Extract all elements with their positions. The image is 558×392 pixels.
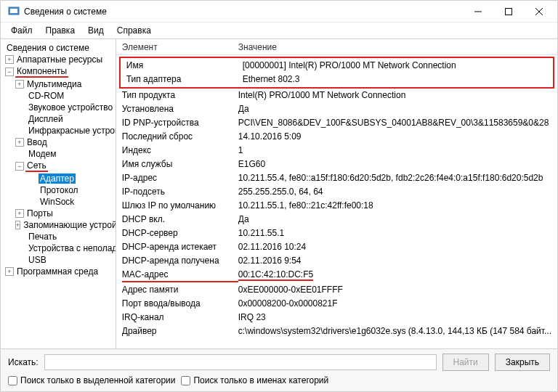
tree-infrared[interactable]: Инфракрасные устройства — [2, 125, 114, 136]
grid-row[interactable]: Порт ввода/вывода0x00008200-0x0000821F — [116, 297, 557, 311]
tree-usb[interactable]: USB — [2, 254, 114, 266]
cell-value: 0x00008200-0x0000821F — [238, 298, 551, 310]
cell-value: 14.10.2016 5:09 — [238, 131, 551, 143]
menu-edit[interactable]: Правка — [40, 24, 81, 37]
tree-multimedia[interactable]: +Мультимедиа — [2, 78, 114, 90]
nav-tree[interactable]: Сведения о системе +Аппаратные ресурсы −… — [1, 39, 116, 348]
grid-row[interactable]: УстановленаДа — [116, 102, 557, 116]
tree-adapter[interactable]: Адаптер — [2, 173, 114, 184]
tree-storage[interactable]: +Запоминающие устройства — [2, 219, 114, 231]
grid-row[interactable]: Имя[00000001] Intel(R) PRO/1000 MT Netwo… — [121, 59, 553, 73]
menu-help[interactable]: Справка — [111, 24, 157, 37]
cell-key: Драйвер — [122, 325, 238, 338]
grid-row[interactable]: ID PNP-устройстваPCI\VEN_8086&DEV_100F&S… — [116, 116, 557, 130]
grid-row[interactable]: DHCP-аренда истекает02.11.2016 10:24 — [116, 240, 557, 254]
tree-network[interactable]: −Сеть — [2, 160, 114, 173]
tree-hardware[interactable]: +Аппаратные ресурсы — [2, 54, 114, 65]
close-footer-button[interactable]: Закрыть — [495, 354, 550, 371]
grid-row[interactable]: Драйверc:\windows\system32\drivers\e1g60… — [116, 324, 557, 338]
cell-value: 1 — [238, 144, 551, 157]
find-button[interactable]: Найти — [442, 354, 489, 371]
tree-modem[interactable]: Модем — [2, 148, 114, 160]
minimize-button[interactable] — [463, 1, 493, 22]
collapse-icon[interactable]: − — [15, 162, 24, 171]
cell-key: DHCP вкл. — [122, 213, 238, 226]
cell-value: 0xEE000000-0xEE01FFFF — [238, 284, 551, 296]
grid-row[interactable]: IRQ-каналIRQ 23 — [116, 311, 557, 324]
tree-input[interactable]: +Ввод — [2, 136, 114, 148]
grid-header[interactable]: Элемент Значение — [116, 39, 557, 55]
cell-value: [00000001] Intel(R) PRO/1000 MT Network … — [243, 60, 547, 72]
collapse-icon[interactable]: − — [5, 68, 14, 76]
tree-root[interactable]: Сведения о системе — [2, 42, 114, 54]
grid-row[interactable]: Шлюз IP по умолчанию10.211.55.1, fe80::2… — [116, 199, 557, 213]
cell-key: DHCP-сервер — [122, 227, 238, 240]
cell-key: Последний сброс — [122, 131, 238, 143]
svg-rect-1 — [10, 9, 17, 13]
menubar: Файл Правка Вид Справка — [1, 23, 557, 38]
cell-key: Установлена — [122, 103, 238, 115]
cell-key: Имя службы — [122, 158, 238, 171]
cell-value: IRQ 23 — [238, 311, 551, 324]
expand-icon[interactable]: + — [5, 267, 14, 276]
col-element[interactable]: Элемент — [122, 42, 238, 52]
grid-row[interactable]: DHCP вкл.Да — [116, 213, 557, 226]
expand-icon[interactable]: + — [15, 138, 24, 147]
grid-row[interactable]: IP-подсеть255.255.255.0, 64, 64 — [116, 185, 557, 199]
tree-components[interactable]: −Компоненты — [2, 65, 114, 78]
expand-icon[interactable]: + — [15, 80, 24, 89]
cell-key: Имя — [126, 60, 243, 72]
titlebar: Сведения о системе — [1, 1, 557, 23]
cell-value: c:\windows\system32\drivers\e1g6032e.sys… — [238, 325, 551, 338]
expand-icon[interactable]: + — [5, 55, 14, 64]
cell-value: 00:1C:42:10:DC:F5 — [238, 269, 551, 282]
cell-value: 10.211.55.1, fe80::21c:42ff:fe00:18 — [238, 200, 551, 212]
maximize-button[interactable] — [493, 1, 524, 22]
grid-body[interactable]: Имя[00000001] Intel(R) PRO/1000 MT Netwo… — [116, 55, 557, 348]
grid-row[interactable]: Имя службыE1G60 — [116, 158, 557, 171]
close-button[interactable] — [524, 1, 554, 22]
cell-value: 02.11.2016 10:24 — [238, 241, 551, 253]
tree-software[interactable]: +Программная среда — [2, 266, 114, 277]
expand-icon[interactable]: + — [15, 221, 20, 229]
cell-value: PCI\VEN_8086&DEV_100F&SUBSYS_04001AB8&RE… — [238, 117, 551, 129]
cell-key: Тип адаптера — [126, 73, 243, 86]
grid-row[interactable]: MAC-адрес00:1C:42:10:DC:F5 — [116, 268, 557, 283]
tree-printing[interactable]: Печать — [2, 231, 114, 242]
grid-row[interactable]: IP-адрес10.211.55.4, fe80::a15f:f180:6d2… — [116, 171, 557, 185]
cb-selected-category[interactable]: Поиск только в выделенной категории — [8, 375, 175, 385]
tree-problem[interactable]: Устройства с неполадками — [2, 242, 114, 254]
grid-row[interactable]: DHCP-сервер10.211.55.1 — [116, 226, 557, 240]
cb-names-only[interactable]: Поиск только в именах категорий — [181, 375, 328, 385]
cell-key: IRQ-канал — [122, 311, 238, 324]
menu-view[interactable]: Вид — [82, 24, 110, 37]
tree-sound[interactable]: Звуковое устройство — [2, 102, 114, 113]
grid-row[interactable]: DHCP-аренда получена02.11.2016 9:54 — [116, 254, 557, 268]
expand-icon[interactable]: + — [15, 209, 24, 218]
cell-key: MAC-адрес — [122, 269, 238, 282]
grid-row[interactable]: Последний сброс14.10.2016 5:09 — [116, 130, 557, 144]
tree-cdrom[interactable]: CD-ROM — [2, 90, 114, 102]
cell-value: Да — [238, 213, 551, 226]
search-input[interactable] — [44, 354, 437, 370]
grid-row[interactable]: Адрес памяти0xEE000000-0xEE01FFFF — [116, 283, 557, 297]
svg-rect-3 — [506, 8, 512, 15]
cell-key: IP-адрес — [122, 172, 238, 184]
cell-value: 255.255.255.0, 64, 64 — [238, 186, 551, 198]
tree-display[interactable]: Дисплей — [2, 113, 114, 125]
cell-value: 10.211.55.1 — [238, 227, 551, 240]
cell-key: Индекс — [122, 144, 238, 157]
cell-key: DHCP-аренда истекает — [122, 241, 238, 253]
cell-key: DHCP-аренда получена — [122, 255, 238, 267]
menu-file[interactable]: Файл — [5, 24, 39, 37]
grid-row[interactable]: Тип адаптераEthernet 802.3 — [121, 73, 553, 86]
tree-protocol[interactable]: Протокол — [2, 184, 114, 196]
cell-key: Порт ввода/вывода — [122, 298, 238, 310]
grid-row[interactable]: Индекс1 — [116, 144, 557, 158]
grid-row[interactable]: Тип продуктаIntel(R) PRO/1000 MT Network… — [116, 89, 557, 102]
tree-ports[interactable]: +Порты — [2, 208, 114, 219]
tree-winsock[interactable]: WinSock — [2, 196, 114, 208]
cell-key: Шлюз IP по умолчанию — [122, 200, 238, 212]
cell-key: IP-подсеть — [122, 186, 238, 198]
col-value[interactable]: Значение — [238, 42, 551, 52]
